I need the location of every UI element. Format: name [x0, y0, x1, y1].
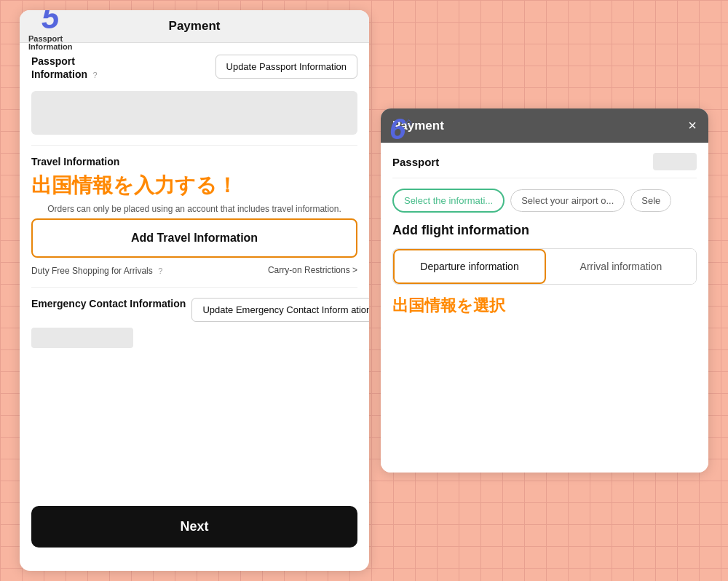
right-body: Passport Select the informati... Select …: [381, 143, 708, 473]
right-passport-row: Passport: [392, 153, 697, 178]
close-button[interactable]: ×: [688, 117, 697, 134]
emergency-section: Emergency Contact Information Update Eme…: [31, 298, 357, 348]
right-passport-label: Passport: [392, 156, 439, 168]
divider-2: [31, 287, 357, 288]
update-passport-button[interactable]: Update Passport Information: [215, 55, 357, 79]
left-body: PassportInformation ? Update Passport In…: [20, 43, 369, 571]
duty-free-row: Duty Free Shopping for Arrivals ? Carry-…: [31, 264, 357, 277]
emergency-row: Emergency Contact Information Update Eme…: [31, 298, 357, 322]
duty-free-label: Duty Free Shopping for Arrivals: [31, 266, 153, 276]
passport-label-group: PassportInformation ?: [31, 55, 98, 81]
right-annotation-jp: 出国情報を選択: [392, 295, 697, 317]
travel-annotation-jp: 出国情報を入力する！: [31, 172, 357, 199]
passport-help-icon: ?: [92, 71, 97, 79]
step-label-left: PassportInformation: [28, 35, 73, 51]
next-button[interactable]: Next: [31, 506, 357, 548]
left-header: 5 ⌂ PassportInformation Payment: [20, 10, 369, 43]
passport-section: PassportInformation ? Update Passport In…: [31, 55, 357, 81]
right-card: 6 ⌂ Payment × Passport Select the inform…: [381, 108, 708, 473]
add-travel-button[interactable]: Add Travel Information: [31, 218, 357, 258]
duty-free-left: Duty Free Shopping for Arrivals ?: [31, 264, 162, 277]
update-emergency-button[interactable]: Update Emergency Contact Inform ation: [191, 298, 369, 322]
passport-label: PassportInformation: [31, 55, 87, 80]
tab-arrival[interactable]: Arrival information: [546, 249, 696, 284]
step-badge-right: 6 ⌂: [389, 114, 412, 143]
left-card: 5 ⌂ PassportInformation Payment Passport…: [20, 10, 369, 571]
passport-placeholder: [31, 91, 357, 135]
travel-info-label: Travel Information: [31, 156, 357, 167]
tab-departure[interactable]: Departure information: [393, 249, 546, 284]
emergency-label: Emergency Contact Information: [31, 298, 186, 309]
select-pill-3[interactable]: Sele: [630, 189, 671, 212]
home-icon-right: ⌂: [405, 116, 411, 127]
select-pill-1[interactable]: Select the informati...: [392, 189, 505, 213]
travel-section: Travel Information 出国情報を入力する！ Orders can…: [31, 156, 357, 277]
select-pills-row: Select the informati... Select your airp…: [392, 189, 697, 213]
duty-free-help: ?: [158, 266, 162, 275]
travel-note: Orders can only be placed using an accou…: [31, 204, 357, 214]
carry-on-link[interactable]: Carry-on Restrictions >: [268, 265, 357, 275]
divider-1: [31, 145, 357, 146]
emergency-placeholder: [31, 328, 133, 348]
step-number-left: 5: [41, 10, 59, 35]
select-pill-2[interactable]: Select your airport o...: [510, 189, 625, 212]
step-badge-left: 5 ⌂ PassportInformation: [28, 10, 73, 51]
right-header: 6 ⌂ Payment ×: [381, 108, 708, 143]
flight-tabs: Departure information Arrival informatio…: [392, 248, 697, 285]
flight-heading: Add flight information: [392, 223, 697, 238]
right-passport-placeholder: [653, 153, 697, 170]
left-header-title: Payment: [169, 19, 221, 33]
step-number-right: 6: [389, 114, 405, 143]
